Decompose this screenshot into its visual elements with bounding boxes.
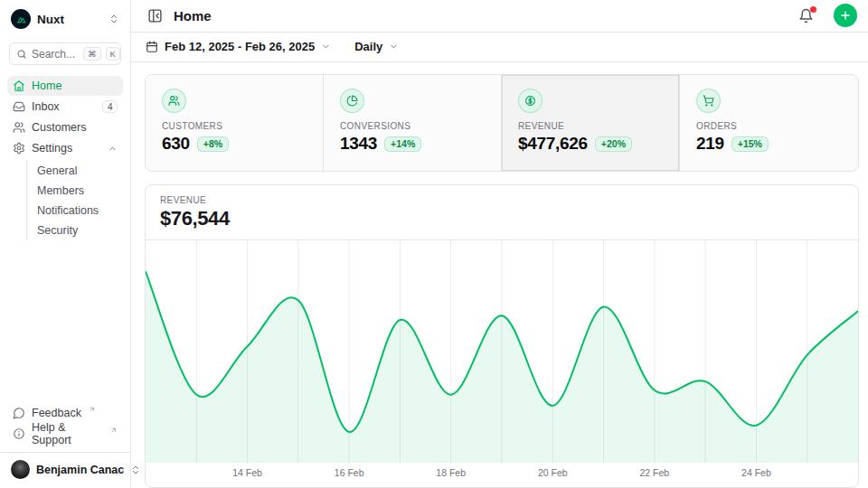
- calendar-icon: [146, 41, 158, 53]
- sidebar-footer-links: Feedback Help & Support: [0, 403, 130, 445]
- user-name: Benjamin Canac: [36, 464, 124, 476]
- sidebar-item-inbox[interactable]: Inbox 4: [7, 97, 123, 117]
- chevron-down-icon: [389, 42, 399, 52]
- page-title: Home: [174, 8, 212, 23]
- feedback-link[interactable]: Feedback: [7, 403, 123, 423]
- stat-value: 219: [696, 134, 724, 154]
- conversions-icon: [340, 89, 364, 113]
- sidebar-nav: Home Inbox 4 Customers Settings: [0, 76, 130, 242]
- stat-delta-badge: +15%: [731, 136, 769, 152]
- add-button[interactable]: [834, 4, 857, 27]
- chat-bubble-icon: [13, 407, 25, 419]
- stat-delta-badge: +20%: [595, 136, 632, 152]
- chart-header: REVENUE $76,544: [146, 185, 858, 240]
- stat-label: CUSTOMERS: [162, 121, 307, 131]
- home-icon: [13, 80, 25, 92]
- nuxt-logo-icon: [11, 9, 31, 29]
- user-menu[interactable]: Benjamin Canac: [0, 453, 130, 484]
- help-support-label: Help & Support: [32, 421, 103, 446]
- stat-value: 1343: [340, 134, 377, 154]
- info-circle-icon: [13, 427, 25, 440]
- period-select[interactable]: Daily: [354, 40, 399, 53]
- chart-metric-value: $76,544: [160, 207, 844, 230]
- sidebar-spacer: [0, 242, 130, 403]
- stat-label: ORDERS: [696, 121, 842, 131]
- search-input[interactable]: [32, 48, 79, 61]
- sidebar-item-label: Customers: [32, 121, 86, 134]
- sidebar-item-general[interactable]: General: [37, 161, 123, 181]
- notification-dot: [810, 6, 816, 13]
- page-content: CUSTOMERS 630 +8% CONVERSIONS 1343 +14%: [131, 62, 868, 488]
- arrow-up-right-icon: [110, 427, 118, 434]
- revenue-chart-svg: [146, 240, 858, 463]
- avatar: [11, 460, 30, 479]
- x-tick-label: 14 Feb: [232, 467, 262, 478]
- feedback-label: Feedback: [32, 407, 81, 419]
- chevrons-up-down-icon: [108, 14, 119, 24]
- customers-icon: [162, 89, 186, 113]
- search-input-wrapper[interactable]: ⌘ K: [9, 42, 121, 65]
- x-tick-label: 20 Feb: [538, 467, 568, 478]
- x-tick-label: 24 Feb: [741, 467, 771, 478]
- sidebar-item-notifications[interactable]: Notifications: [37, 201, 123, 221]
- stats-grid: CUSTOMERS 630 +8% CONVERSIONS 1343 +14%: [145, 74, 859, 172]
- notifications-button[interactable]: [797, 6, 816, 25]
- app-root: Nuxt ⌘ K Home Inbo: [0, 0, 868, 488]
- search-icon: [16, 49, 27, 60]
- inbox-icon: [13, 100, 25, 113]
- sidebar-item-members[interactable]: Members: [37, 181, 123, 201]
- x-tick-label: 16 Feb: [335, 467, 364, 478]
- settings-subnav: General Members Notifications Security: [26, 161, 123, 240]
- chevron-up-icon: [108, 144, 118, 154]
- sidebar-item-label: Home: [32, 80, 61, 92]
- stat-value: 630: [162, 134, 190, 154]
- users-icon: [13, 121, 25, 134]
- x-tick-label: 22 Feb: [639, 467, 669, 478]
- stat-card-customers[interactable]: CUSTOMERS 630 +8%: [146, 75, 324, 171]
- stat-card-conversions[interactable]: CONVERSIONS 1343 +14%: [324, 75, 502, 171]
- sidebar-item-label: Settings: [32, 142, 72, 155]
- revenue-icon: [518, 89, 542, 113]
- filters-toolbar: Feb 12, 2025 - Feb 26, 2025 Daily: [131, 33, 868, 62]
- revenue-chart-card: REVENUE $76,544 14 Feb 16 Feb 18 Feb 20 …: [145, 184, 859, 488]
- chart-x-axis: 14 Feb 16 Feb 18 Feb 20 Feb 22 Feb 24 Fe…: [146, 463, 858, 484]
- team-switcher[interactable]: Nuxt: [0, 7, 130, 31]
- sidebar: Nuxt ⌘ K Home Inbo: [0, 0, 131, 488]
- stat-value: $477,626: [518, 134, 588, 154]
- chart-metric-label: REVENUE: [160, 195, 844, 205]
- sidebar-item-customers[interactable]: Customers: [7, 117, 123, 137]
- stat-delta-badge: +8%: [197, 136, 229, 152]
- date-range-label: Feb 12, 2025 - Feb 26, 2025: [165, 40, 315, 53]
- stat-card-orders[interactable]: ORDERS 219 +15%: [680, 75, 858, 171]
- stat-label: CONVERSIONS: [340, 121, 485, 131]
- sidebar-item-label: Inbox: [32, 100, 60, 113]
- stat-label: REVENUE: [518, 121, 663, 131]
- chevron-down-icon: [321, 42, 331, 52]
- inbox-count-badge: 4: [102, 100, 118, 113]
- sidebar-item-security[interactable]: Security: [37, 221, 123, 240]
- stat-delta-badge: +14%: [384, 136, 421, 152]
- sidebar-item-home[interactable]: Home: [7, 76, 123, 96]
- orders-icon: [696, 89, 721, 113]
- top-header: Home: [131, 0, 868, 33]
- main-area: Home Feb 12, 2025 - Feb 26, 2025 Daily: [131, 0, 868, 488]
- stat-card-revenue[interactable]: REVENUE $477,626 +20%: [502, 75, 680, 171]
- gear-icon: [13, 142, 25, 155]
- kbd-cmd: ⌘: [83, 47, 101, 61]
- kbd-k: K: [106, 47, 120, 61]
- brand-name: Nuxt: [37, 13, 64, 26]
- help-support-link[interactable]: Help & Support: [7, 424, 123, 444]
- sidebar-collapse-button[interactable]: [146, 6, 165, 25]
- x-tick-label: 18 Feb: [436, 467, 466, 478]
- revenue-chart[interactable]: [146, 240, 858, 463]
- arrow-up-right-icon: [89, 406, 96, 413]
- date-range-picker[interactable]: Feb 12, 2025 - Feb 26, 2025: [146, 40, 331, 53]
- period-label: Daily: [354, 40, 382, 53]
- sidebar-item-settings[interactable]: Settings: [7, 138, 123, 158]
